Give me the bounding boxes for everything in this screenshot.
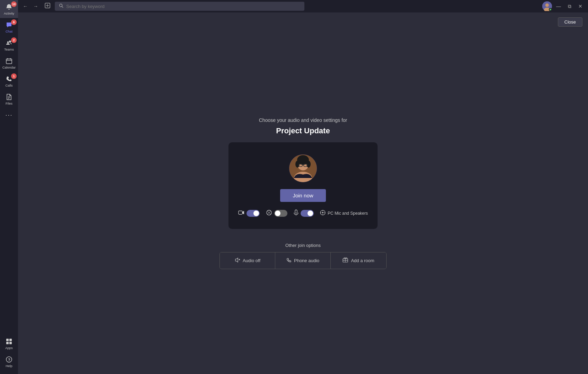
svg-rect-2 <box>6 59 12 64</box>
audio-off-label: Audio off <box>243 258 260 263</box>
main-content: Close Choose your audio and video settin… <box>18 12 588 374</box>
sidebar-item-files[interactable]: Files <box>0 90 18 108</box>
minimize-button[interactable]: — <box>553 2 564 10</box>
files-icon <box>5 93 13 101</box>
search-icon <box>59 3 63 9</box>
calendar-label: Calendar <box>2 65 16 69</box>
svg-point-18 <box>60 4 62 7</box>
sidebar-item-calls[interactable]: 1 Calls <box>0 72 18 90</box>
prejoin-subtitle: Choose your audio and video settings for <box>259 117 347 123</box>
mic-toggle-thumb <box>308 211 313 216</box>
apps-icon <box>5 338 13 345</box>
svg-point-38 <box>270 214 271 214</box>
svg-point-27 <box>295 161 300 168</box>
help-icon: ? <box>5 356 13 363</box>
video-icon <box>238 210 244 217</box>
more-dots: ··· <box>5 112 12 119</box>
svg-line-19 <box>62 7 63 8</box>
sidebar-more-button[interactable]: ··· <box>0 108 18 122</box>
audio-off-button[interactable]: Audio off <box>220 252 275 269</box>
svg-point-0 <box>9 41 11 43</box>
other-options-row: Audio off Phone audio <box>219 252 387 269</box>
apps-label: Apps <box>5 346 13 350</box>
controls-row: PC Mic and Speakers <box>238 210 368 217</box>
sidebar-item-activity[interactable]: 10 Activity <box>0 0 18 18</box>
svg-point-42 <box>322 212 323 213</box>
back-button[interactable]: ← <box>21 2 30 10</box>
presence-indicator <box>549 8 552 11</box>
teams-badge: 2 <box>11 37 17 43</box>
forward-button[interactable]: → <box>31 2 40 10</box>
sidebar-bottom: Apps ? Help <box>0 335 18 374</box>
svg-rect-54 <box>346 258 347 259</box>
sidebar-item-teams[interactable]: 2 Teams <box>0 36 18 54</box>
join-now-button[interactable]: Join now <box>280 189 326 202</box>
svg-rect-39 <box>295 210 297 213</box>
svg-rect-9 <box>6 339 9 341</box>
speaker-settings-icon <box>320 210 326 216</box>
search-input[interactable] <box>66 4 300 9</box>
mic-icon <box>294 210 299 217</box>
svg-point-36 <box>270 211 271 212</box>
restore-button[interactable]: ⧉ <box>565 2 574 11</box>
sidebar-item-chat[interactable]: 6 Chat <box>0 18 18 36</box>
svg-point-28 <box>306 161 311 168</box>
svg-point-1 <box>7 41 9 43</box>
chat-label: Chat <box>6 29 12 33</box>
activity-label: Activity <box>4 11 14 15</box>
close-panel-button[interactable]: Close <box>558 17 582 27</box>
blur-toggle-thumb <box>275 211 280 216</box>
user-avatar[interactable] <box>542 1 552 11</box>
add-room-label: Add a room <box>351 258 374 263</box>
svg-point-34 <box>268 212 270 214</box>
video-toggle[interactable] <box>247 210 260 217</box>
activity-badge: 10 <box>11 1 17 7</box>
speaker-control: PC Mic and Speakers <box>320 210 368 216</box>
compose-button[interactable] <box>43 1 52 11</box>
calls-badge: 1 <box>11 73 17 79</box>
speaker-label: PC Mic and Speakers <box>328 211 368 216</box>
prejoin-title: Project Update <box>276 126 330 135</box>
close-window-button[interactable]: ✕ <box>576 2 585 10</box>
help-label: Help <box>6 364 12 368</box>
video-toggle-thumb <box>253 211 259 216</box>
titlebar-right: — ⧉ ✕ <box>542 1 585 11</box>
add-room-icon <box>343 257 348 264</box>
mic-toggle[interactable] <box>301 210 314 217</box>
svg-rect-32 <box>239 211 242 214</box>
other-options-section: Other join options Audio off <box>219 243 387 269</box>
svg-point-35 <box>267 211 268 212</box>
files-label: Files <box>6 101 12 105</box>
titlebar: ← → — ⧉ ✕ <box>18 0 588 12</box>
phone-audio-label: Phone audio <box>294 258 319 263</box>
video-control <box>238 210 260 217</box>
phone-audio-icon <box>286 258 291 264</box>
search-bar[interactable] <box>55 2 304 11</box>
prejoin-container: Choose your audio and video settings for… <box>18 117 588 269</box>
svg-point-21 <box>545 3 549 7</box>
svg-text:?: ? <box>8 357 10 362</box>
add-room-button[interactable]: Add a room <box>331 252 386 269</box>
svg-point-37 <box>267 214 268 214</box>
user-avatar-preview <box>289 154 317 182</box>
other-options-label: Other join options <box>285 243 321 248</box>
chat-badge: 6 <box>11 19 17 25</box>
blur-icon <box>266 210 272 217</box>
compose-icon <box>44 2 51 9</box>
sidebar-item-calendar[interactable]: Calendar <box>0 54 18 72</box>
phone-audio-button[interactable]: Phone audio <box>275 252 331 269</box>
svg-rect-10 <box>9 339 12 341</box>
teams-label: Teams <box>4 47 14 51</box>
video-preview: Join now <box>228 142 378 229</box>
nav-buttons: ← → <box>21 2 40 10</box>
svg-marker-47 <box>235 258 238 262</box>
sidebar-item-help[interactable]: ? Help <box>0 353 18 371</box>
blur-toggle[interactable] <box>274 210 287 217</box>
calendar-icon <box>5 57 13 65</box>
sidebar-item-apps[interactable]: Apps <box>0 335 18 353</box>
svg-rect-53 <box>344 258 345 259</box>
svg-rect-11 <box>6 342 9 344</box>
calls-label: Calls <box>5 83 12 87</box>
blur-control <box>266 210 287 217</box>
audio-off-icon <box>234 257 240 264</box>
